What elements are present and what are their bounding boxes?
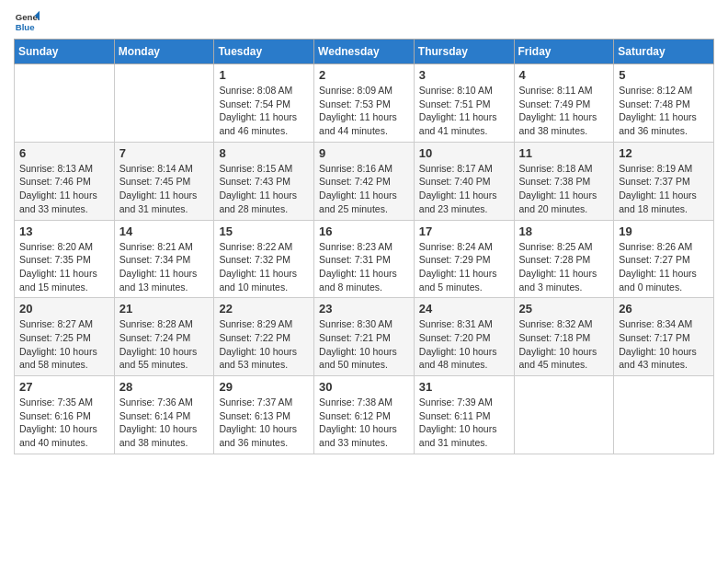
calendar-week-row: 27Sunrise: 7:35 AMSunset: 6:16 PMDayligh… <box>15 376 714 454</box>
day-number: 5 <box>619 68 709 82</box>
day-number: 20 <box>19 302 109 316</box>
day-number: 16 <box>319 224 409 238</box>
calendar-week-row: 20Sunrise: 8:27 AMSunset: 7:25 PMDayligh… <box>15 298 714 376</box>
weekday-header-row: SundayMondayTuesdayWednesdayThursdayFrid… <box>15 40 714 64</box>
table-row: 1Sunrise: 8:08 AMSunset: 7:54 PMDaylight… <box>214 64 314 143</box>
day-number: 1 <box>219 68 309 82</box>
day-info: Sunrise: 8:31 AMSunset: 7:20 PMDaylight:… <box>419 317 509 372</box>
table-row: 27Sunrise: 7:35 AMSunset: 6:16 PMDayligh… <box>15 376 115 454</box>
day-info: Sunrise: 8:08 AMSunset: 7:54 PMDaylight:… <box>219 84 309 138</box>
table-row: 17Sunrise: 8:24 AMSunset: 7:29 PMDayligh… <box>414 220 514 298</box>
table-row: 3Sunrise: 8:10 AMSunset: 7:51 PMDaylight… <box>414 64 514 143</box>
weekday-header-sunday: Sunday <box>15 40 115 64</box>
day-info: Sunrise: 8:14 AMSunset: 7:45 PMDaylight:… <box>119 162 210 216</box>
table-row: 12Sunrise: 8:19 AMSunset: 7:37 PMDayligh… <box>614 142 714 220</box>
logo-icon: General Blue <box>14 9 40 35</box>
day-info: Sunrise: 8:27 AMSunset: 7:25 PMDaylight:… <box>19 317 109 372</box>
day-number: 14 <box>119 224 210 238</box>
day-number: 10 <box>419 146 509 160</box>
day-number: 6 <box>19 146 109 160</box>
table-row: 10Sunrise: 8:17 AMSunset: 7:40 PMDayligh… <box>414 142 514 220</box>
day-info: Sunrise: 8:22 AMSunset: 7:32 PMDaylight:… <box>219 240 309 294</box>
day-number: 25 <box>519 302 609 316</box>
day-info: Sunrise: 8:19 AMSunset: 7:37 PMDaylight:… <box>619 162 709 216</box>
day-number: 30 <box>319 380 409 394</box>
calendar-week-row: 6Sunrise: 8:13 AMSunset: 7:46 PMDaylight… <box>15 142 714 220</box>
day-info: Sunrise: 8:34 AMSunset: 7:17 PMDaylight:… <box>619 317 709 372</box>
table-row <box>614 376 714 454</box>
day-number: 31 <box>419 380 509 394</box>
day-number: 4 <box>519 68 609 82</box>
day-number: 12 <box>619 146 709 160</box>
weekday-header-saturday: Saturday <box>614 40 714 64</box>
day-info: Sunrise: 8:30 AMSunset: 7:21 PMDaylight:… <box>319 317 409 372</box>
day-info: Sunrise: 8:32 AMSunset: 7:18 PMDaylight:… <box>519 317 609 372</box>
day-info: Sunrise: 8:23 AMSunset: 7:31 PMDaylight:… <box>319 240 409 294</box>
day-number: 13 <box>19 224 109 238</box>
table-row: 9Sunrise: 8:16 AMSunset: 7:42 PMDaylight… <box>314 142 415 220</box>
day-info: Sunrise: 8:26 AMSunset: 7:27 PMDaylight:… <box>619 240 709 294</box>
day-number: 21 <box>119 302 210 316</box>
day-number: 27 <box>19 380 109 394</box>
table-row: 18Sunrise: 8:25 AMSunset: 7:28 PMDayligh… <box>514 220 614 298</box>
table-row: 22Sunrise: 8:29 AMSunset: 7:22 PMDayligh… <box>214 298 314 376</box>
table-row: 4Sunrise: 8:11 AMSunset: 7:49 PMDaylight… <box>514 64 614 143</box>
table-row: 28Sunrise: 7:36 AMSunset: 6:14 PMDayligh… <box>114 376 214 454</box>
day-number: 8 <box>219 146 309 160</box>
day-number: 17 <box>419 224 509 238</box>
day-number: 3 <box>419 68 509 82</box>
weekday-header-friday: Friday <box>514 40 614 64</box>
table-row: 13Sunrise: 8:20 AMSunset: 7:35 PMDayligh… <box>15 220 115 298</box>
calendar-week-row: 13Sunrise: 8:20 AMSunset: 7:35 PMDayligh… <box>15 220 714 298</box>
calendar-table: SundayMondayTuesdayWednesdayThursdayFrid… <box>14 39 714 454</box>
day-number: 19 <box>619 224 709 238</box>
table-row: 26Sunrise: 8:34 AMSunset: 7:17 PMDayligh… <box>614 298 714 376</box>
weekday-header-tuesday: Tuesday <box>214 40 314 64</box>
day-info: Sunrise: 8:21 AMSunset: 7:34 PMDaylight:… <box>119 240 210 294</box>
svg-text:Blue: Blue <box>16 22 35 32</box>
table-row <box>15 64 115 143</box>
table-row <box>114 64 214 143</box>
day-number: 18 <box>519 224 609 238</box>
day-info: Sunrise: 8:11 AMSunset: 7:49 PMDaylight:… <box>519 84 609 138</box>
day-info: Sunrise: 8:13 AMSunset: 7:46 PMDaylight:… <box>19 162 109 216</box>
table-row: 16Sunrise: 8:23 AMSunset: 7:31 PMDayligh… <box>314 220 415 298</box>
table-row: 2Sunrise: 8:09 AMSunset: 7:53 PMDaylight… <box>314 64 415 143</box>
day-number: 29 <box>219 380 309 394</box>
table-row: 19Sunrise: 8:26 AMSunset: 7:27 PMDayligh… <box>614 220 714 298</box>
day-info: Sunrise: 8:24 AMSunset: 7:29 PMDaylight:… <box>419 240 509 294</box>
table-row: 20Sunrise: 8:27 AMSunset: 7:25 PMDayligh… <box>15 298 115 376</box>
day-info: Sunrise: 8:29 AMSunset: 7:22 PMDaylight:… <box>219 317 309 372</box>
day-info: Sunrise: 8:18 AMSunset: 7:38 PMDaylight:… <box>519 162 609 216</box>
day-info: Sunrise: 8:12 AMSunset: 7:48 PMDaylight:… <box>619 84 709 138</box>
day-info: Sunrise: 8:10 AMSunset: 7:51 PMDaylight:… <box>419 84 509 138</box>
table-row: 31Sunrise: 7:39 AMSunset: 6:11 PMDayligh… <box>414 376 514 454</box>
day-info: Sunrise: 7:35 AMSunset: 6:16 PMDaylight:… <box>19 396 109 450</box>
weekday-header-wednesday: Wednesday <box>314 40 415 64</box>
day-info: Sunrise: 8:17 AMSunset: 7:40 PMDaylight:… <box>419 162 509 216</box>
table-row <box>514 376 614 454</box>
table-row: 7Sunrise: 8:14 AMSunset: 7:45 PMDaylight… <box>114 142 214 220</box>
day-info: Sunrise: 8:15 AMSunset: 7:43 PMDaylight:… <box>219 162 309 216</box>
day-number: 24 <box>419 302 509 316</box>
day-info: Sunrise: 7:36 AMSunset: 6:14 PMDaylight:… <box>119 396 210 450</box>
table-row: 6Sunrise: 8:13 AMSunset: 7:46 PMDaylight… <box>15 142 115 220</box>
weekday-header-monday: Monday <box>114 40 214 64</box>
day-info: Sunrise: 8:20 AMSunset: 7:35 PMDaylight:… <box>19 240 109 294</box>
calendar-week-row: 1Sunrise: 8:08 AMSunset: 7:54 PMDaylight… <box>15 64 714 143</box>
day-info: Sunrise: 7:38 AMSunset: 6:12 PMDaylight:… <box>319 396 409 450</box>
day-number: 28 <box>119 380 210 394</box>
table-row: 24Sunrise: 8:31 AMSunset: 7:20 PMDayligh… <box>414 298 514 376</box>
page-header: General Blue <box>14 9 714 35</box>
day-info: Sunrise: 7:39 AMSunset: 6:11 PMDaylight:… <box>419 396 509 450</box>
logo: General Blue <box>14 9 40 35</box>
day-info: Sunrise: 8:28 AMSunset: 7:24 PMDaylight:… <box>119 317 210 372</box>
table-row: 8Sunrise: 8:15 AMSunset: 7:43 PMDaylight… <box>214 142 314 220</box>
table-row: 30Sunrise: 7:38 AMSunset: 6:12 PMDayligh… <box>314 376 415 454</box>
table-row: 5Sunrise: 8:12 AMSunset: 7:48 PMDaylight… <box>614 64 714 143</box>
table-row: 21Sunrise: 8:28 AMSunset: 7:24 PMDayligh… <box>114 298 214 376</box>
table-row: 14Sunrise: 8:21 AMSunset: 7:34 PMDayligh… <box>114 220 214 298</box>
day-number: 22 <box>219 302 309 316</box>
table-row: 15Sunrise: 8:22 AMSunset: 7:32 PMDayligh… <box>214 220 314 298</box>
day-info: Sunrise: 8:25 AMSunset: 7:28 PMDaylight:… <box>519 240 609 294</box>
